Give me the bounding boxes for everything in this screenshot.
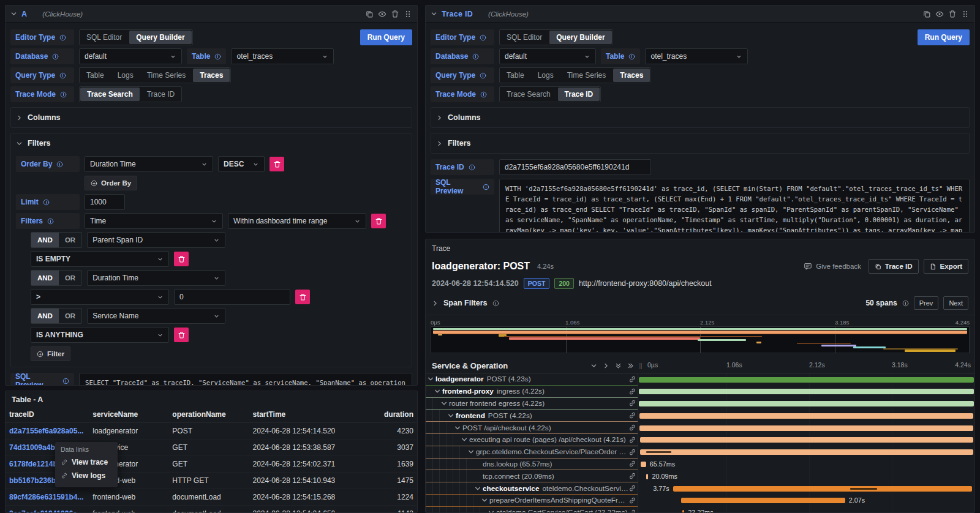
span-toggle-chevron-icon[interactable] <box>447 412 454 419</box>
info-icon[interactable] <box>59 34 66 41</box>
span-row[interactable]: grpc.oteldemo.CheckoutService/PlaceOrder… <box>426 446 974 459</box>
span-duration-bar[interactable] <box>682 510 684 513</box>
order-by-field-select[interactable]: Duration Time <box>85 156 213 172</box>
sql-editor-option[interactable]: SQL Editor <box>80 30 129 45</box>
export-button[interactable]: Export <box>924 259 968 274</box>
column-resizer-handle[interactable]: || <box>638 358 644 373</box>
remove-filter-button[interactable] <box>174 328 189 342</box>
filter-operator-select[interactable]: > <box>31 289 169 305</box>
minimap-canvas[interactable] <box>431 326 970 353</box>
query-panel-a-header[interactable]: A (ClickHouse) <box>6 6 417 23</box>
query-type-timeseries[interactable]: Time Series <box>560 68 613 83</box>
span-row[interactable]: frontend-proxyingress (4.22s) <box>426 386 974 398</box>
duplicate-query-icon[interactable] <box>365 10 374 18</box>
info-icon[interactable] <box>480 91 487 98</box>
query-type-logs[interactable]: Logs <box>111 68 140 83</box>
span-duration-bar[interactable] <box>639 401 974 406</box>
span-row[interactable]: checkoutserviceoteldemo.CheckoutService/… <box>426 482 974 495</box>
span-name-cell[interactable]: tcp.connect (20.09ms) <box>426 470 638 482</box>
query-type-table[interactable]: Table <box>80 68 111 83</box>
or-option[interactable]: OR <box>59 233 81 247</box>
span-link-icon[interactable] <box>628 460 636 468</box>
collapse-one-icon[interactable] <box>590 362 597 369</box>
info-icon[interactable] <box>492 300 499 307</box>
info-icon[interactable] <box>472 53 479 60</box>
query-type-logs[interactable]: Logs <box>531 68 560 83</box>
info-icon[interactable] <box>59 72 66 79</box>
trace-mode-search[interactable]: Trace Search <box>80 88 140 101</box>
span-name-cell[interactable]: router frontend egress (4.22s) <box>426 398 638 410</box>
order-direction-select[interactable]: DESC <box>218 156 265 172</box>
span-row[interactable]: prepareOrderItemsAndShippingQuoteFromCar… <box>426 495 974 507</box>
add-order-by-button[interactable]: Order By <box>85 176 137 190</box>
span-row[interactable]: frontendPOST (4.22s) <box>426 410 974 422</box>
trace-id-copy-button[interactable]: Trace ID <box>869 259 919 274</box>
info-icon[interactable] <box>628 53 635 60</box>
columns-section-toggle[interactable]: Columns <box>16 111 407 124</box>
span-name-cell[interactable]: oteldemo.CartService/GetCart (23.22ms) <box>426 507 638 513</box>
span-link-icon[interactable] <box>628 424 636 432</box>
span-duration-bar[interactable] <box>640 437 973 443</box>
filters-section-toggle[interactable]: Filters <box>436 137 964 150</box>
query-builder-option[interactable]: Query Builder <box>129 31 191 44</box>
expand-all-icon[interactable] <box>627 362 634 369</box>
expand-one-icon[interactable] <box>603 362 609 369</box>
span-row[interactable]: router frontend egress (4.22s) <box>426 398 974 410</box>
span-link-icon[interactable] <box>628 448 636 456</box>
toggle-visibility-icon[interactable] <box>935 10 944 18</box>
span-bar-cell[interactable] <box>638 386 974 398</box>
collapse-all-icon[interactable] <box>615 362 622 369</box>
span-name-cell[interactable]: frontend-proxyingress (4.22s) <box>426 386 638 398</box>
span-row[interactable]: executing api route (pages) /api/checkou… <box>426 434 974 446</box>
remove-order-by-button[interactable] <box>270 157 284 171</box>
span-duration-bar[interactable] <box>641 462 646 467</box>
info-icon[interactable] <box>480 34 486 41</box>
span-toggle-chevron-icon[interactable] <box>434 388 441 395</box>
run-query-button[interactable]: Run Query <box>360 29 412 45</box>
table-select[interactable]: otel_traces <box>231 48 334 64</box>
drag-handle-icon[interactable] <box>961 10 970 18</box>
span-bar-cell[interactable] <box>638 373 974 386</box>
column-header-startTime[interactable]: startTime <box>249 406 371 423</box>
column-header-duration[interactable]: duration <box>371 406 417 423</box>
span-bar-cell[interactable]: 65.57ms <box>638 459 974 471</box>
info-icon[interactable] <box>469 164 475 171</box>
info-icon[interactable] <box>56 161 63 168</box>
span-name-cell[interactable]: dns.lookup (65.57ms) <box>426 459 638 471</box>
info-icon[interactable] <box>214 53 221 60</box>
info-icon[interactable] <box>60 91 67 98</box>
trace-id-link[interactable]: 89cf4286e631591b4... <box>6 489 89 506</box>
column-header-operationName[interactable]: operationName <box>168 406 249 423</box>
table-select[interactable]: otel_traces <box>645 48 748 64</box>
info-icon[interactable] <box>47 218 54 225</box>
database-select[interactable]: default <box>499 48 596 64</box>
trace-mode-search[interactable]: Trace Search <box>500 87 557 102</box>
span-duration-bar[interactable] <box>673 486 972 492</box>
span-link-icon[interactable] <box>628 388 636 395</box>
info-icon[interactable] <box>483 184 489 190</box>
remove-filter-button[interactable] <box>295 290 310 304</box>
limit-input[interactable]: 1000 <box>85 194 125 210</box>
span-link-icon[interactable] <box>628 509 636 513</box>
info-icon[interactable] <box>902 300 909 307</box>
trace-minimap[interactable]: 0µs1.06s2.12s3.18s4.24s <box>431 319 970 353</box>
span-toggle-chevron-icon[interactable] <box>461 436 468 443</box>
span-bar-cell[interactable] <box>638 398 974 410</box>
trace-mode-traceid[interactable]: Trace ID <box>558 88 600 101</box>
span-row[interactable]: loadgeneratorPOST (4.23s) <box>426 373 974 386</box>
and-option[interactable]: AND <box>31 309 59 323</box>
span-bar-cell[interactable]: 2.07s <box>638 495 974 507</box>
chevron-right-icon[interactable] <box>432 300 439 307</box>
span-bar-cell[interactable]: 3.77s <box>638 482 974 495</box>
trace-id-link[interactable]: d2a7155ef6a928a05... <box>6 423 89 440</box>
span-bar-cell[interactable]: 23.22ms <box>638 507 974 513</box>
span-link-icon[interactable] <box>628 411 636 419</box>
query-type-timeseries[interactable]: Time Series <box>140 68 193 83</box>
info-icon[interactable] <box>62 378 69 384</box>
sql-editor-option[interactable]: SQL Editor <box>500 30 549 45</box>
trace-id-link[interactable]: 3cc7ccfc01941096c... <box>6 506 89 513</box>
span-name-cell[interactable]: loadgeneratorPOST (4.23s) <box>426 373 638 386</box>
span-toggle-chevron-icon[interactable] <box>481 496 488 504</box>
span-toggle-chevron-icon[interactable] <box>440 400 448 407</box>
span-link-icon[interactable] <box>628 375 636 383</box>
